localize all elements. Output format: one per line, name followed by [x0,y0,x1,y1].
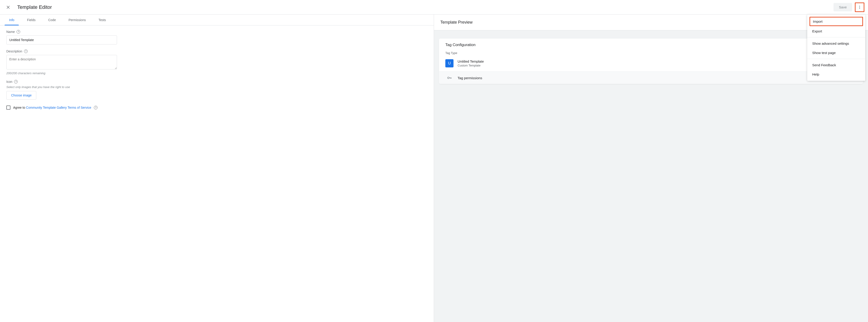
choose-image-button[interactable]: Choose image [6,91,36,99]
help-icon[interactable]: ? [24,50,28,53]
description-label: Description [6,50,22,53]
name-label: Name [6,30,15,34]
svg-rect-7 [451,78,451,79]
key-icon [445,75,454,80]
svg-point-3 [859,7,860,7]
svg-point-5 [447,77,449,79]
menu-import[interactable]: Import [809,17,863,26]
svg-rect-6 [449,78,451,78]
svg-rect-8 [451,78,452,79]
menu-export[interactable]: Export [807,27,865,36]
tabs: Info Fields Code Permissions Tests [0,14,434,25]
help-icon[interactable]: ? [17,30,20,34]
tag-permissions-row[interactable]: Tag permissions [439,71,863,84]
icon-label-row: Icon ? [6,80,427,84]
name-field-row: Name ? [6,30,427,45]
agree-row: Agree to Community Template Gallery Term… [6,106,427,110]
description-field-row: Description ? 200/200 characters remaini… [6,50,427,75]
tag-name: Untitled Template [458,59,484,63]
tab-fields[interactable]: Fields [21,14,42,25]
description-label-row: Description ? [6,50,427,53]
tag-row[interactable]: U Untitled Template Custom Template [439,56,863,71]
icon-field-row: Icon ? Select only images that you have … [6,80,427,99]
tab-info[interactable]: Info [3,14,21,25]
more-options-menu: Import Export Show advanced settings Sho… [807,14,865,81]
menu-show-test-page[interactable]: Show test page [807,48,865,57]
tag-info: Untitled Template Custom Template [458,59,484,67]
main: Info Fields Code Permissions Tests Name … [0,14,868,322]
tab-code[interactable]: Code [42,14,62,25]
close-button[interactable] [4,3,13,12]
save-button[interactable]: Save [834,3,852,11]
more-options-button[interactable] [855,2,864,12]
name-input[interactable] [6,35,117,45]
svg-point-2 [859,6,860,6]
help-icon[interactable]: ? [94,106,97,109]
svg-point-4 [859,8,860,9]
agree-text: Agree to Community Template Gallery Term… [13,106,91,109]
left-panel: Info Fields Code Permissions Tests Name … [0,14,434,322]
header: Template Editor Save [0,0,868,14]
menu-separator [807,59,865,59]
tag-icon: U [445,59,454,67]
description-hint: 200/200 characters remaining [6,71,427,75]
menu-help[interactable]: Help [807,70,865,79]
tab-permissions[interactable]: Permissions [62,14,92,25]
menu-send-feedback[interactable]: Send Feedback [807,60,865,70]
tab-tests[interactable]: Tests [92,14,112,25]
preview-body: Tag Configuration Tag Type U Untitled Te… [434,30,868,92]
close-icon [6,5,10,9]
icon-label: Icon [6,80,12,84]
info-form: Name ? Description ? 200/200 characters … [0,25,434,114]
description-input[interactable] [6,55,117,69]
right-panel: Template Preview Tag Configuration Tag T… [434,14,868,322]
icon-hint: Select only images that you have the rig… [6,85,427,89]
name-label-row: Name ? [6,30,427,34]
help-icon[interactable]: ? [14,80,18,84]
agree-link[interactable]: Community Template Gallery Terms of Serv… [26,106,91,109]
tag-configuration-card: Tag Configuration Tag Type U Untitled Te… [439,38,863,84]
card-title: Tag Configuration [439,38,863,48]
agree-prefix: Agree to [13,106,26,109]
tag-type-label: Tag Type [439,48,863,56]
menu-show-advanced-settings[interactable]: Show advanced settings [807,39,865,48]
preview-title: Template Preview [434,14,868,30]
tag-subtype: Custom Template [458,64,484,67]
more-vert-icon [858,5,862,9]
tag-permissions-label: Tag permissions [458,76,482,80]
menu-separator [807,37,865,37]
agree-checkbox[interactable] [6,106,10,110]
page-title: Template Editor [17,4,52,10]
